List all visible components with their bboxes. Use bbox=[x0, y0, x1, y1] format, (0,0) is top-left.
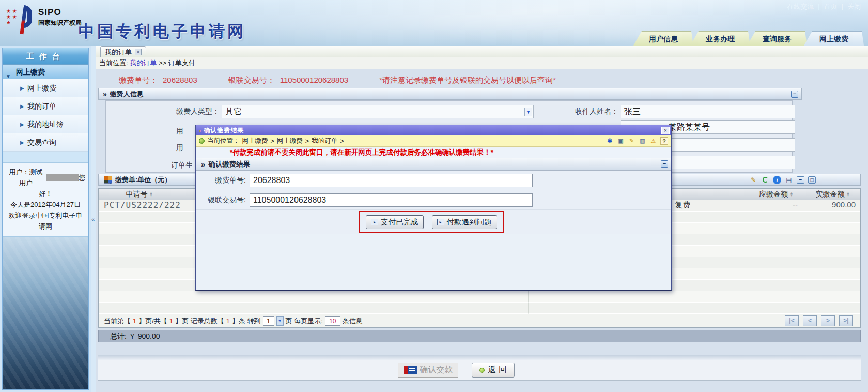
document-tabbar: 我的订单 × bbox=[96, 46, 868, 57]
link-separator: | bbox=[818, 2, 819, 11]
warning-icon[interactable]: ⚠ bbox=[649, 137, 657, 145]
dialog-section-header: » 确认缴费结果 − bbox=[196, 158, 671, 171]
dialog-title: 确认缴费结果 bbox=[204, 126, 244, 135]
window-icon: ▸ bbox=[437, 219, 444, 225]
maximize-icon[interactable]: □ bbox=[808, 176, 816, 184]
goto-page-input[interactable] bbox=[263, 316, 274, 326]
per-page-input[interactable] bbox=[325, 316, 340, 326]
minimize-icon[interactable]: − bbox=[797, 176, 804, 184]
column-header-amount-paid[interactable]: 实缴金额 ▲▼ bbox=[805, 189, 860, 200]
dialog-toolbar: ✱ ▣ ✎ ▥ ⚠ ? bbox=[606, 137, 668, 145]
payment-problem-label: 付款遇到问题 bbox=[447, 217, 492, 227]
pen-icon[interactable]: ✎ bbox=[628, 137, 636, 145]
order-toolbar: ✎ i ▤ − □ bbox=[749, 176, 816, 184]
column-header-application-no[interactable]: 申请号 ▲▼ bbox=[99, 189, 180, 200]
sidebar-item-online-payment[interactable]: ▶ 网上缴费 bbox=[3, 79, 88, 97]
cell-amount-due: -- bbox=[747, 200, 805, 212]
first-page-button[interactable]: |< bbox=[785, 315, 799, 326]
info-icon[interactable]: i bbox=[773, 176, 781, 184]
pagination-bar: 当前第【1】页/共【1】页 记录总数【1】条 转到 ▼ 页 每页显示: 条信息 … bbox=[99, 314, 860, 327]
dialog-breadcrumb-item[interactable]: 网上缴费 bbox=[277, 137, 303, 145]
confirm-payment-button[interactable]: 确认交款 bbox=[398, 363, 458, 378]
dialog-warning-text: *付款完成前请不要关闭此窗口，请在新开网页上完成付款后务必准确确认缴费结果！* bbox=[196, 147, 671, 158]
empty-cell bbox=[99, 257, 180, 268]
window-icon: ▸ bbox=[371, 219, 378, 225]
sidebar-collapse-handle[interactable]: « bbox=[91, 46, 96, 392]
empty-cell bbox=[805, 234, 860, 246]
sidebar-group-online-payment[interactable]: ▼ 网上缴费 bbox=[3, 65, 88, 79]
sidebar-item-my-orders[interactable]: ▶ 我的订单 bbox=[3, 97, 88, 115]
sort-icon: ▲▼ bbox=[847, 192, 850, 197]
close-icon[interactable]: × bbox=[135, 49, 142, 55]
goto-page-spinner-icon[interactable]: ▼ bbox=[276, 316, 284, 326]
payment-completed-button[interactable]: ▸ 支付已完成 bbox=[366, 215, 424, 229]
dialog-breadcrumb-item[interactable]: 网上缴费 bbox=[242, 137, 268, 145]
refresh-icon[interactable] bbox=[761, 176, 769, 184]
form-icon[interactable]: ▣ bbox=[617, 137, 625, 145]
back-button[interactable]: 返 回 bbox=[472, 363, 514, 378]
tab-user-info[interactable]: 用户信息 bbox=[633, 31, 693, 46]
tab-my-orders[interactable]: 我的订单 × bbox=[100, 46, 146, 57]
last-page-button[interactable]: >| bbox=[839, 315, 853, 326]
link-home[interactable]: 首页 bbox=[824, 2, 838, 11]
chevron-down-icon[interactable]: ▼ bbox=[524, 108, 532, 116]
footer-divider bbox=[98, 355, 861, 360]
breadcrumb-link-my-orders[interactable]: 我的订单 bbox=[130, 59, 157, 67]
next-page-button[interactable]: > bbox=[821, 315, 835, 326]
empty-cell bbox=[805, 291, 860, 303]
user-label: 用户：测试用户 bbox=[6, 167, 46, 188]
prev-page-button[interactable]: < bbox=[803, 315, 817, 326]
empty-cell bbox=[805, 223, 860, 234]
unionpay-no-input[interactable] bbox=[250, 193, 533, 207]
collapse-section-icon[interactable]: − bbox=[791, 91, 798, 98]
empty-cell bbox=[805, 280, 860, 291]
top-links: 在线交流 | 首页 | 关闭 bbox=[787, 2, 861, 11]
link-online-chat[interactable]: 在线交流 bbox=[787, 2, 814, 11]
sidebar-item-address-book[interactable]: ▶ 我的地址簿 bbox=[3, 115, 88, 133]
link-close[interactable]: 关闭 bbox=[847, 2, 861, 11]
link-separator: | bbox=[842, 2, 843, 11]
hidden-label-fragment: 用 bbox=[176, 127, 192, 136]
section-arrow-icon: » bbox=[201, 160, 205, 169]
payer-type-select[interactable]: 其它 ▼ bbox=[222, 105, 534, 118]
dialog-form-row: 银联交易号: bbox=[196, 190, 671, 210]
triangle-right-icon: ▶ bbox=[20, 115, 24, 133]
payment-problem-button[interactable]: ▸ 付款遇到问题 bbox=[432, 215, 497, 229]
table-grid-icon bbox=[104, 176, 112, 184]
sidebar-spacer bbox=[3, 152, 88, 163]
recipient-name-field[interactable]: 张三 bbox=[621, 105, 795, 118]
pen-icon[interactable]: ✎ bbox=[749, 176, 757, 184]
help-icon[interactable]: ? bbox=[660, 137, 668, 145]
tab-online-payment[interactable]: 网上缴费 bbox=[804, 31, 864, 46]
confirm-payment-label: 确认交款 bbox=[420, 365, 453, 375]
triangle-right-icon: ▶ bbox=[20, 133, 24, 152]
monitor-icon[interactable]: ▥ bbox=[639, 137, 646, 145]
sidebar-item-label: 交易查询 bbox=[27, 138, 56, 146]
current-page-number: 1 bbox=[133, 317, 136, 325]
tab-query-service[interactable]: 查询服务 bbox=[747, 31, 807, 46]
fee-no-input[interactable] bbox=[250, 174, 533, 187]
sidebar-item-label: 我的订单 bbox=[27, 102, 56, 110]
list-icon[interactable]: ▤ bbox=[785, 176, 793, 184]
empty-cell bbox=[805, 303, 860, 314]
pager-text: 】页 记录总数【 bbox=[175, 316, 224, 326]
empty-cell bbox=[99, 280, 180, 291]
settings-icon[interactable]: ✱ bbox=[606, 137, 614, 145]
unionpay-no-label: 银联交易号： bbox=[228, 76, 275, 85]
empty-cell bbox=[99, 303, 180, 314]
empty-cell bbox=[529, 303, 747, 314]
collapse-section-icon[interactable]: − bbox=[661, 160, 668, 168]
column-header-amount-due[interactable]: 应缴金额 ▲▼ bbox=[747, 189, 805, 200]
fee-no-value: 20628803 bbox=[163, 76, 197, 85]
dialog-empty-area bbox=[196, 234, 671, 290]
empty-cell bbox=[99, 234, 180, 246]
logo-text-org: 国家知识产权局 bbox=[38, 19, 82, 27]
close-icon[interactable]: × bbox=[661, 127, 670, 134]
sidebar-item-transaction-query[interactable]: ▶ 交易查询 bbox=[3, 133, 88, 152]
dialog-titlebar[interactable]: › 确认缴费结果 × bbox=[196, 125, 671, 135]
tab-business[interactable]: 业务办理 bbox=[690, 31, 750, 46]
user-greeting-2: 好！ bbox=[6, 188, 85, 199]
dialog-breadcrumb-item[interactable]: 我的订单 bbox=[312, 137, 337, 145]
sidebar-item-label: 我的地址簿 bbox=[27, 120, 64, 128]
main-nav-tabs: 用户信息 业务办理 查询服务 网上缴费 bbox=[637, 31, 864, 46]
